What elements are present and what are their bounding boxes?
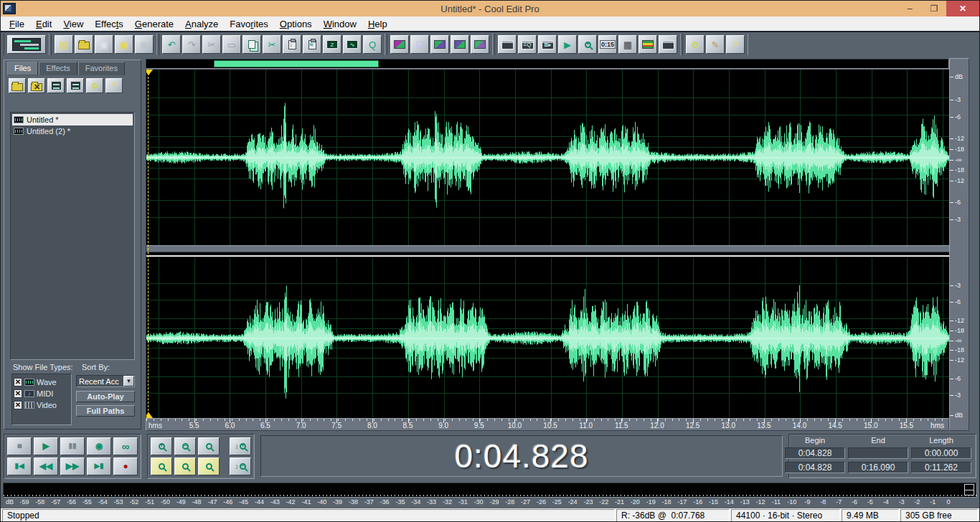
- play-button[interactable]: ▶: [34, 437, 58, 455]
- waveform-canvas-right[interactable]: [146, 258, 949, 418]
- zoom-full-button[interactable]: [198, 437, 220, 455]
- new-file-button[interactable]: ▤: [55, 35, 73, 54]
- show-right-channel-button[interactable]: [451, 35, 469, 54]
- horizontal-scrollbar[interactable]: [146, 59, 949, 69]
- frequency-analysis-button[interactable]: ∿: [343, 35, 362, 54]
- help-button[interactable]: ?: [105, 78, 123, 93]
- checkbox-midi[interactable]: ✕: [14, 389, 22, 398]
- status-bar-toggle[interactable]: [659, 35, 677, 54]
- scrub-play-button[interactable]: Q: [363, 35, 382, 54]
- rewind-button[interactable]: ◀◀: [34, 457, 58, 475]
- trim-button[interactable]: ▭: [222, 35, 241, 54]
- copy-button[interactable]: [242, 35, 261, 54]
- paste-to-new-button[interactable]: ≈: [303, 35, 321, 54]
- go-to-end-button[interactable]: ▶▮: [87, 457, 111, 475]
- cue-list-window-button[interactable]: [498, 35, 517, 54]
- pause-button[interactable]: ▮▮: [60, 437, 85, 455]
- insert-multitrack-button[interactable]: [67, 78, 84, 93]
- show-left-channel-button[interactable]: [430, 35, 449, 54]
- level-meters-toggle[interactable]: [639, 35, 657, 54]
- menu-options[interactable]: Options: [274, 17, 318, 31]
- edit-file-button[interactable]: [47, 78, 65, 93]
- chevron-down-icon[interactable]: ▼: [123, 376, 134, 386]
- tab-effects[interactable]: Effects: [39, 62, 77, 75]
- help-button[interactable]: ?: [726, 35, 745, 54]
- tab-files[interactable]: Files: [7, 62, 38, 75]
- fast-forward-button[interactable]: ▶▶: [60, 457, 85, 475]
- open-file-button[interactable]: [9, 78, 26, 93]
- restore-button[interactable]: ❐: [922, 1, 946, 16]
- file-item[interactable]: Untitled *: [12, 114, 133, 125]
- tab-favorites[interactable]: Favorites: [78, 62, 125, 75]
- waveform-canvas-left[interactable]: [146, 70, 949, 245]
- file-list[interactable]: Untitled *Untitled (2) *: [10, 112, 135, 360]
- zoom-selection-right-button[interactable]: [198, 457, 220, 475]
- menu-window[interactable]: Window: [318, 17, 362, 31]
- file-info-window-button[interactable]: ≡Q: [518, 35, 537, 54]
- stop-button[interactable]: ■: [7, 437, 32, 455]
- file-name: Untitled *: [27, 115, 59, 124]
- scrollbar-thumb[interactable]: [214, 60, 379, 67]
- close-button[interactable]: ✕: [946, 1, 979, 16]
- sort-by-select[interactable]: Recent Acc ▼: [76, 375, 135, 387]
- multitrack-view-button[interactable]: [7, 35, 46, 54]
- file-item[interactable]: Untitled (2) *: [12, 125, 133, 137]
- cursor-marker-top[interactable]: [146, 70, 153, 75]
- cursor-marker-bottom[interactable]: [146, 412, 153, 418]
- level-meter[interactable]: dB-59-58-57-56-55-54-53-52-51-50-49-48-4…: [1, 481, 979, 508]
- play-looped-button[interactable]: ∞: [113, 437, 138, 455]
- zoom-to-selection-button[interactable]: [151, 457, 172, 475]
- undo-button[interactable]: ↶: [162, 35, 181, 54]
- auto-play-button[interactable]: Auto-Play: [76, 391, 135, 402]
- menu-effects[interactable]: Effects: [89, 17, 129, 31]
- time-ruler[interactable]: 5.56.06.57.07.58.08.59.09.510.010.511.01…: [146, 418, 949, 431]
- full-paths-button[interactable]: Full Paths: [76, 405, 135, 417]
- playback-cursor[interactable]: [148, 70, 149, 418]
- zoom-vertical-in-button[interactable]: ↕+: [230, 437, 251, 455]
- zoom-in-icon: +: [159, 443, 165, 450]
- checkbox-wave[interactable]: ✕: [14, 378, 22, 386]
- go-to-beginning-button[interactable]: ▮◀: [7, 457, 32, 475]
- record-button[interactable]: ●: [113, 457, 138, 475]
- zoom-vertical-out-button[interactable]: ↕−: [230, 457, 251, 475]
- menu-help[interactable]: Help: [362, 17, 393, 31]
- time-window-toggle[interactable]: 0:15: [598, 35, 617, 54]
- zoom-selection-left-button[interactable]: [174, 457, 196, 475]
- zoom-buttons-toggle[interactable]: +: [578, 35, 597, 54]
- transport-buttons-toggle[interactable]: ▶: [558, 35, 577, 54]
- save-button[interactable]: ▣: [95, 35, 113, 54]
- cue-list-toggle[interactable]: ▦: [618, 35, 637, 54]
- waveform-display[interactable]: [146, 70, 949, 418]
- verify-button[interactable]: ☑: [410, 35, 429, 54]
- spectral-view-button[interactable]: [390, 35, 409, 54]
- convert-sample-type-button[interactable]: Z: [323, 35, 341, 54]
- show-both-channels-button[interactable]: [471, 35, 489, 54]
- advanced-options-button[interactable]: ⚙: [86, 78, 103, 93]
- time-tick: [800, 419, 801, 423]
- settings-button[interactable]: ⚙: [686, 35, 705, 54]
- delete-button[interactable]: ✂: [202, 35, 221, 54]
- sel-end-value: [848, 447, 908, 459]
- level-meter-display[interactable]: [3, 483, 977, 498]
- menu-view[interactable]: View: [57, 17, 89, 31]
- paste-button[interactable]: ↓: [283, 35, 301, 54]
- menu-analyze[interactable]: Analyze: [179, 17, 224, 31]
- menu-file[interactable]: File: [4, 17, 30, 31]
- play-to-end-button[interactable]: ◉: [87, 437, 111, 455]
- save-selection-button[interactable]: ▣: [135, 35, 154, 54]
- menu-favorites[interactable]: Favorites: [224, 17, 273, 31]
- minimize-button[interactable]: –: [897, 1, 922, 16]
- scripts-button[interactable]: ✎: [706, 35, 725, 54]
- play-list-window-button[interactable]: ≣▸: [538, 35, 557, 54]
- cut-button[interactable]: ✂: [263, 35, 281, 54]
- menu-edit[interactable]: Edit: [30, 17, 57, 31]
- zoom-out-button[interactable]: −: [174, 437, 196, 455]
- open-file-button[interactable]: [75, 35, 93, 54]
- save-as-button[interactable]: ▣: [115, 35, 133, 54]
- menu-generate[interactable]: Generate: [129, 17, 179, 31]
- redo-button[interactable]: ↷: [182, 35, 201, 54]
- zoom-in-button[interactable]: +: [151, 437, 172, 455]
- amplitude-ruler[interactable]: dB-3-3-6-6-12-12-18-18-∞dB-3-3-6-6-12-12…: [949, 58, 969, 431]
- checkbox-video[interactable]: ✕: [14, 401, 22, 409]
- close-file-button[interactable]: ✕: [28, 78, 45, 93]
